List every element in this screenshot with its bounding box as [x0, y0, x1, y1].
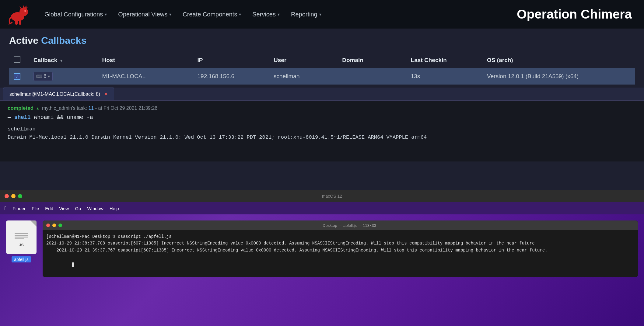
header-last-checkin: Last Checkin: [406, 52, 482, 68]
svg-rect-10: [19, 20, 21, 25]
menu-finder[interactable]: Finder: [13, 206, 26, 211]
nav-create-components[interactable]: Create Components ▾: [178, 9, 246, 20]
terminal-minimize-button[interactable]: [52, 224, 56, 227]
terminal-titlebar: Desktop — apfell.js — 113×33: [43, 220, 638, 230]
sort-arrow: ▾: [60, 58, 62, 63]
task-command-line: — shell whoami && uname -a: [8, 114, 636, 120]
macos-desktop: JS apfell.js Desktop — apfell.js — 113×3…: [0, 214, 644, 326]
task-status-line: completed ▲ mythic_admin's task: 11 - at…: [8, 105, 636, 111]
terminal-line-3: 2021-10-29 21:39:37.767 osascript[607:11…: [46, 247, 634, 254]
callbacks-table-area: Callback ▾ Host IP User Domain: [0, 49, 644, 88]
window-close-button[interactable]: [5, 194, 9, 198]
tab-close-button[interactable]: ×: [104, 91, 108, 97]
terminal-maximize-button[interactable]: [58, 224, 62, 227]
nav-operational-views[interactable]: Operational Views ▾: [113, 9, 176, 20]
row-ip: 192.168.156.6: [193, 68, 269, 85]
nav-services[interactable]: Services ▾: [247, 9, 285, 20]
dropdown-arrow: ▾: [278, 12, 280, 17]
header-ip: IP: [193, 52, 269, 68]
dropdown-arrow: ▾: [319, 12, 321, 17]
terminal-cursor-line: [46, 254, 634, 274]
page-header: Active Callbacks: [0, 29, 644, 49]
window-minimize-button[interactable]: [11, 194, 16, 198]
header-os-arch: OS (arch): [482, 52, 635, 68]
terminal-line-2: 2021-10-29 21:38:37.708 osascript[607:11…: [46, 240, 634, 247]
apfell-file-icon[interactable]: JS: [6, 220, 37, 254]
header-callback[interactable]: Callback ▾: [29, 52, 97, 68]
menu-window[interactable]: Window: [87, 206, 103, 211]
status-up-arrow: ▲: [36, 106, 40, 110]
tab-bar: schellman@M1-MAC.LOCAL(Callback: 8) ×: [0, 88, 644, 101]
file-icon-label: apfell.js: [12, 256, 31, 262]
main-content: Active Callbacks Callback ▾ Host: [0, 29, 644, 190]
row-last-checkin: 13s: [406, 68, 482, 85]
row-domain: [338, 68, 406, 85]
row-os-arch: Version 12.0.1 (Build 21A559) (x64): [482, 68, 635, 85]
row-callback[interactable]: ⌨ 8 ▾: [29, 68, 97, 85]
terminal-close-button[interactable]: [46, 224, 50, 227]
menu-go[interactable]: Go: [75, 206, 81, 211]
apple-logo-icon: : [5, 205, 7, 212]
macos-menubar:  Finder File Edit View Go Window Help: [0, 202, 644, 214]
svg-rect-9: [15, 20, 18, 25]
window-maximize-button[interactable]: [18, 194, 22, 198]
row-host: M1-MAC.LOCAL: [97, 68, 193, 85]
menu-edit[interactable]: Edit: [45, 206, 53, 211]
callbacks-table: Callback ▾ Host IP User Domain: [9, 52, 635, 85]
keyboard-icon: ⌨: [36, 74, 42, 79]
macos-titlebar: macOS 12: [0, 190, 644, 202]
top-navigation: Global Configurations ▾ Operational View…: [0, 0, 644, 29]
file-icon-type-label: JS: [19, 243, 24, 247]
task-status-badge: completed: [8, 105, 33, 111]
terminal-title-label: Desktop — apfell.js — 113×33: [65, 223, 634, 228]
checkbox-checked: ✓: [14, 73, 20, 80]
task-output-line-1: schellman: [8, 125, 636, 133]
dropdown-arrow-icon: ▾: [48, 74, 50, 79]
task-output: schellman Darwin M1-Mac.local 21.1.0 Dar…: [8, 125, 636, 141]
header-domain: Domain: [338, 52, 406, 68]
svg-point-7: [24, 10, 26, 12]
nav-items: Global Configurations ▾ Operational View…: [40, 9, 517, 20]
dropdown-arrow: ▾: [239, 12, 241, 17]
terminal-content: [schellman@M1-Mac Desktop % osascript ./…: [43, 230, 638, 277]
task-meta: mythic_admin's task: 11 - at Fri Oct 29 …: [42, 106, 157, 111]
row-user: schellman: [269, 68, 338, 85]
header-host: Host: [97, 52, 193, 68]
callback-badge: ⌨ 8 ▾: [33, 72, 52, 81]
page-title: Active Callbacks: [9, 35, 86, 46]
svg-point-2: [19, 8, 28, 16]
task-area: completed ▲ mythic_admin's task: 11 - at…: [0, 101, 644, 161]
terminal-cursor: [72, 262, 74, 267]
nav-global-configurations[interactable]: Global Configurations ▾: [40, 9, 112, 20]
task-output-line-2: Darwin M1-Mac.local 21.1.0 Darwin Kernel…: [8, 133, 636, 141]
header-user: User: [269, 52, 338, 68]
table-row[interactable]: ✓ ⌨ 8 ▾ M1-MAC.LOCAL 192.168.156.6: [9, 68, 635, 85]
row-checkbox[interactable]: ✓: [9, 68, 29, 85]
callback-tab[interactable]: schellman@M1-MAC.LOCAL(Callback: 8) ×: [3, 88, 114, 100]
macos-overlay: macOS 12  Finder File Edit View Go Wind…: [0, 190, 644, 326]
menu-help[interactable]: Help: [110, 206, 119, 211]
terminal-line-1: [schellman@M1-Mac Desktop % osascript ./…: [46, 233, 634, 240]
menu-view[interactable]: View: [59, 206, 69, 211]
select-all-checkbox[interactable]: [14, 56, 20, 63]
header-checkbox: [9, 52, 29, 68]
dropdown-arrow: ▾: [169, 12, 171, 17]
menu-file[interactable]: File: [32, 206, 39, 211]
app-logo: [6, 2, 30, 26]
logo-area: [6, 2, 30, 26]
app-title: Operation Chimera: [517, 7, 638, 22]
desktop-file-icon-area: JS apfell.js: [6, 220, 37, 262]
terminal-window: Desktop — apfell.js — 113×33 [schellman@…: [43, 220, 638, 277]
dropdown-arrow: ▾: [105, 12, 107, 17]
window-title: macOS 12: [25, 194, 639, 199]
nav-reporting[interactable]: Reporting ▾: [286, 9, 326, 20]
